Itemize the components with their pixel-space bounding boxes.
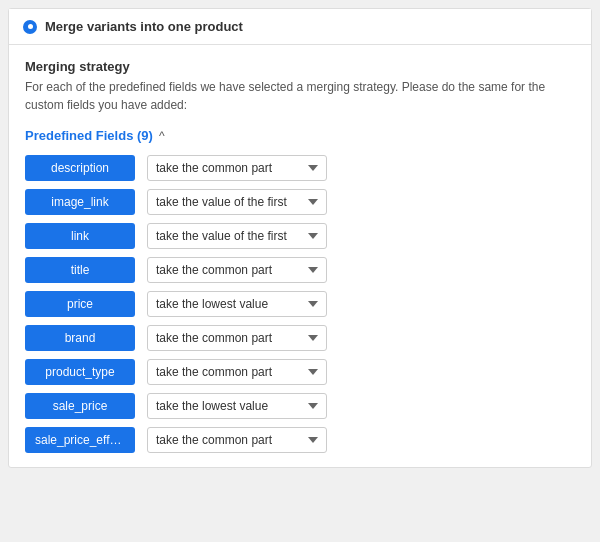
table-row: sale_pricetake the common parttake the v…: [25, 393, 575, 419]
table-row: product_typetake the common parttake the…: [25, 359, 575, 385]
field-button-brand[interactable]: brand: [25, 325, 135, 351]
strategy-title: Merging strategy: [25, 59, 575, 74]
field-button-title[interactable]: title: [25, 257, 135, 283]
strategy-select-1[interactable]: take the common parttake the value of th…: [147, 189, 327, 215]
merge-variants-panel: Merge variants into one product Merging …: [8, 8, 592, 468]
strategy-description: For each of the predefined fields we hav…: [25, 78, 575, 114]
field-button-sale-price-effe---[interactable]: sale_price_effe...: [25, 427, 135, 453]
field-button-price[interactable]: price: [25, 291, 135, 317]
field-button-product-type[interactable]: product_type: [25, 359, 135, 385]
radio-button[interactable]: [23, 20, 37, 34]
panel-header: Merge variants into one product: [9, 9, 591, 45]
collapse-icon[interactable]: ^: [159, 129, 165, 143]
strategy-select-8[interactable]: take the common parttake the value of th…: [147, 427, 327, 453]
table-row: brandtake the common parttake the value …: [25, 325, 575, 351]
predefined-header: Predefined Fields (9) ^: [25, 128, 575, 143]
field-button-image-link[interactable]: image_link: [25, 189, 135, 215]
panel-title: Merge variants into one product: [45, 19, 243, 34]
field-button-sale-price[interactable]: sale_price: [25, 393, 135, 419]
table-row: image_linktake the common parttake the v…: [25, 189, 575, 215]
table-row: linktake the common parttake the value o…: [25, 223, 575, 249]
fields-list: descriptiontake the common parttake the …: [25, 155, 575, 453]
field-button-description[interactable]: description: [25, 155, 135, 181]
strategy-select-0[interactable]: take the common parttake the value of th…: [147, 155, 327, 181]
table-row: titletake the common parttake the value …: [25, 257, 575, 283]
strategy-select-7[interactable]: take the common parttake the value of th…: [147, 393, 327, 419]
strategy-select-2[interactable]: take the common parttake the value of th…: [147, 223, 327, 249]
table-row: descriptiontake the common parttake the …: [25, 155, 575, 181]
strategy-select-6[interactable]: take the common parttake the value of th…: [147, 359, 327, 385]
field-button-link[interactable]: link: [25, 223, 135, 249]
strategy-select-5[interactable]: take the common parttake the value of th…: [147, 325, 327, 351]
strategy-select-4[interactable]: take the common parttake the value of th…: [147, 291, 327, 317]
strategy-select-3[interactable]: take the common parttake the value of th…: [147, 257, 327, 283]
predefined-label: Predefined Fields (9): [25, 128, 153, 143]
table-row: sale_price_effe...take the common partta…: [25, 427, 575, 453]
table-row: pricetake the common parttake the value …: [25, 291, 575, 317]
panel-content: Merging strategy For each of the predefi…: [9, 45, 591, 467]
